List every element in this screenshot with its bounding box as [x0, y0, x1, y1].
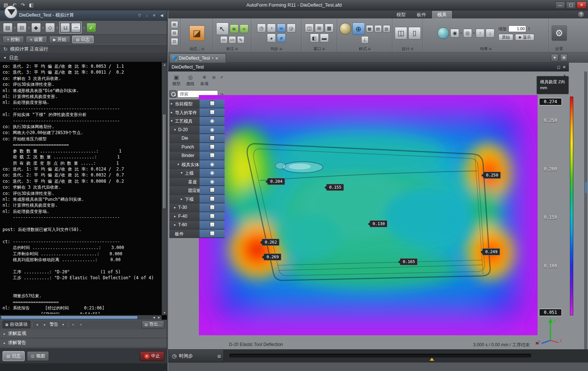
- tab-close-icon[interactable]: ✕: [215, 56, 218, 60]
- ribbon-tab-model[interactable]: 模型: [391, 10, 411, 18]
- tree-item-current-model[interactable]: ▸ 当前模型: [169, 99, 225, 108]
- clock-icon[interactable]: ◷: [257, 24, 266, 32]
- maximize-button[interactable]: ▢: [566, 1, 576, 9]
- globe-icon[interactable]: ⊕: [352, 22, 365, 35]
- label-icon[interactable]: ▭: [220, 36, 228, 43]
- window-wide-icon[interactable]: ▬: [320, 34, 329, 42]
- gear-icon[interactable]: ⚙: [552, 25, 567, 41]
- dialog-launcher-icon[interactable]: ⊞: [411, 47, 413, 51]
- window-layout-2-icon[interactable]: ⊞: [315, 24, 324, 32]
- solver-stage-icon[interactable]: 1101: [71, 23, 81, 32]
- dialog-launcher-icon[interactable]: ⊞: [489, 47, 492, 51]
- section-line-icon[interactable]: ≋: [230, 24, 239, 33]
- tree-item-t30[interactable]: ▸ T-30: [169, 203, 225, 212]
- view-grid-icon[interactable]: ⊞: [171, 21, 178, 28]
- dock-icon[interactable]: ⊞: [211, 74, 217, 80]
- bottom-tab-log[interactable]: ▤ 日志: [3, 351, 25, 361]
- eye-icon[interactable]: ◉: [210, 127, 214, 132]
- log-console[interactable]: co: 迭代. 2: 平 均 偏 差/收 敛 比 率: 0.0053 / 1.1…: [0, 62, 167, 320]
- press-stage-icon[interactable]: ⊔: [60, 23, 70, 32]
- spinner-icons[interactable]: ▲▼: [528, 27, 530, 31]
- chevron-down-icon[interactable]: ▾: [171, 119, 173, 123]
- chevron-right-icon[interactable]: ▸: [171, 102, 173, 105]
- next-warning-icon[interactable]: ▸: [42, 322, 48, 328]
- tree-item-binder[interactable]: Binder: [169, 151, 225, 160]
- checkbox[interactable]: [210, 196, 215, 201]
- geometry-stage-icon[interactable]: ⊟: [17, 23, 27, 32]
- shaded-sphere-icon[interactable]: [339, 23, 351, 35]
- result-display-icon[interactable]: ◉: [450, 29, 459, 38]
- link-icon[interactable]: ∞: [277, 24, 286, 32]
- last-page-icon[interactable]: »: [78, 322, 84, 328]
- ribbon-tab-blank[interactable]: 板件: [411, 10, 432, 18]
- document-tab[interactable]: DieDeflect_Test ▾ ✕: [169, 53, 226, 63]
- view-split-icon[interactable]: ⊟: [171, 29, 178, 37]
- tree-item-die[interactable]: Die: [169, 134, 225, 143]
- vertical-scroll-thumb[interactable]: [162, 114, 166, 209]
- tree-item-process-tools[interactable]: ▾ 工艺模具 ◉: [169, 117, 225, 126]
- tree-item-lower-die[interactable]: ▸ 下模: [169, 195, 225, 204]
- slider-track[interactable]: [229, 354, 531, 357]
- first-page-icon[interactable]: «: [70, 322, 76, 328]
- scale-input[interactable]: [508, 25, 526, 32]
- export-button[interactable]: ▤ 导出...: [142, 321, 164, 328]
- chevron-right-icon[interactable]: ▸: [174, 206, 176, 209]
- abort-button[interactable]: ✕ 中止: [140, 351, 164, 361]
- window-layout-4-icon[interactable]: ◧: [310, 34, 319, 42]
- select-cursor-icon[interactable]: ↖: [216, 22, 229, 35]
- eye-icon[interactable]: ◉: [210, 179, 214, 184]
- bottom-tab-view[interactable]: ◫ 视图: [27, 351, 49, 361]
- redo-icon[interactable]: ↷: [19, 1, 27, 9]
- tab-log[interactable]: ▤日志: [72, 36, 94, 43]
- close-button[interactable]: ✕: [577, 1, 587, 9]
- probe-label[interactable]: 0.269: [264, 253, 281, 260]
- tool-curves[interactable]: ◎ 曲线: [184, 73, 197, 88]
- checkbox[interactable]: [210, 101, 215, 106]
- scroll-up-icon[interactable]: ▲: [162, 62, 167, 67]
- filter-icon[interactable]: ▽: [137, 13, 142, 18]
- prev-warning-icon[interactable]: ◂: [34, 322, 40, 328]
- viewport-restore-icon[interactable]: ◻: [557, 65, 560, 70]
- tool-model[interactable]: ▣ 模型: [170, 73, 183, 88]
- probe-label[interactable]: 0.204: [267, 178, 285, 185]
- collapse-panel-icon[interactable]: ◀: [159, 13, 165, 18]
- file-stage-icon[interactable]: ▤: [3, 23, 13, 32]
- checkbox[interactable]: [210, 214, 215, 218]
- probe-label[interactable]: 0.130: [370, 220, 387, 227]
- probe-label[interactable]: 0.250: [483, 172, 501, 179]
- search-icon[interactable]: [169, 90, 177, 98]
- sync-icon[interactable]: ↓: [144, 13, 150, 18]
- results-stage-icon[interactable]: ✓: [87, 23, 96, 32]
- unlink-icon[interactable]: ≠: [277, 34, 286, 42]
- console-vertical-scrollbar[interactable]: ▲ ▼: [162, 62, 167, 315]
- result-variable-icon[interactable]: ◎: [463, 29, 472, 38]
- result-canvas[interactable]: 0.204 0.155 0.250 0.130 0.262 0.269 0.24…: [199, 95, 538, 335]
- eye-icon[interactable]: ◉: [210, 118, 214, 123]
- timer-icon[interactable]: ◕: [267, 34, 276, 42]
- probe-label[interactable]: 0.165: [400, 258, 418, 265]
- slider-marker[interactable]: [430, 358, 434, 361]
- tree-item-punch[interactable]: Punch: [169, 143, 225, 152]
- view-single-icon[interactable]: ⊡: [171, 38, 178, 45]
- tab-dropdown-icon[interactable]: ▾: [212, 57, 214, 60]
- refresh-icon[interactable]: ↻: [3, 46, 8, 52]
- viewport-close-icon[interactable]: ✕: [563, 65, 566, 70]
- tree-item-fixing-plate[interactable]: 固定板: [169, 186, 225, 195]
- list-icon[interactable]: ≡: [151, 13, 157, 18]
- column-icon[interactable]: ▯: [408, 27, 421, 39]
- tree-item-d20[interactable]: ▾ D-20 ◉: [169, 126, 225, 134]
- dialog-launcher-icon[interactable]: ⊞: [368, 47, 371, 51]
- blank-stage-icon[interactable]: ◇: [45, 23, 55, 32]
- stopwatch-icon[interactable]: ◔: [267, 24, 276, 32]
- material-stage-icon[interactable]: ◆: [31, 23, 41, 32]
- scroll-right-icon[interactable]: ▶: [156, 315, 162, 320]
- tree-item-upper-die[interactable]: ▾ 上模 ◉: [169, 169, 225, 178]
- mesh-style-icon[interactable]: ▤: [374, 25, 382, 32]
- new-view-icon[interactable]: ⊕: [560, 54, 568, 62]
- section-curve-icon[interactable]: ≈: [240, 24, 249, 33]
- dynamic-section-icon[interactable]: ◪: [189, 25, 205, 41]
- checkbox[interactable]: [210, 222, 215, 227]
- tree-item-t60[interactable]: ▸ T-60: [169, 221, 225, 230]
- tab-start[interactable]: ▶开始: [49, 36, 70, 43]
- time-step-button[interactable]: ◷ 时间步 ▤: [169, 349, 224, 363]
